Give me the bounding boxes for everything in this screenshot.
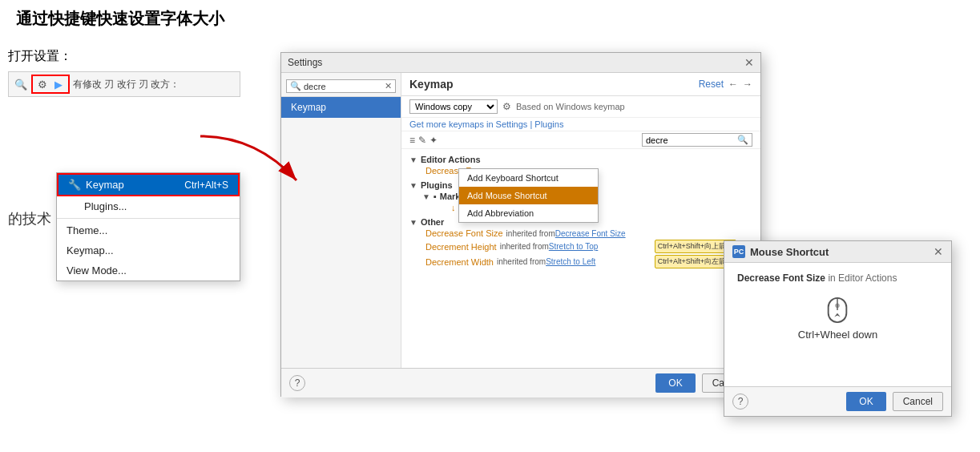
toolbar-icon-1[interactable]: ≡ xyxy=(409,135,415,146)
mouse-cancel-btn[interactable]: Cancel xyxy=(893,392,943,411)
plugins-label: Plugins xyxy=(421,180,453,190)
chevron-other: ▼ xyxy=(409,218,417,227)
open-settings-label: 打开设置： xyxy=(8,48,256,65)
mouse-dialog-footer: ? OK Cancel xyxy=(724,386,951,416)
search-icon[interactable]: 🔍 xyxy=(14,77,28,91)
mouse-dialog-close-btn[interactable]: ✕ xyxy=(934,245,943,258)
settings-help-btn[interactable]: ? xyxy=(289,375,305,391)
sidebar-search-icon: 🔍 xyxy=(290,81,301,91)
svg-point-3 xyxy=(836,304,841,309)
tree-section-other: ▼ Other Decrease Font Size inherited fro… xyxy=(401,215,760,271)
keymap-search-box: 🔍 xyxy=(642,133,752,147)
inner-context-menu: Add Keyboard Shortcut Add Mouse Shortcut… xyxy=(458,168,599,223)
decrease-font-size-link[interactable]: Decrease Font Size xyxy=(555,229,626,238)
left-panel: 打开设置： 🔍 ⚙ ▶ 有修改 刃 改行 刃 改方： 🔧 Keymap Ctrl… xyxy=(8,48,256,228)
page-title: 通过快捷键快速设置字体大小 xyxy=(0,0,980,34)
sidebar-search-clear[interactable]: ✕ xyxy=(385,81,392,91)
menu-separator xyxy=(57,218,240,219)
chevron-editor: ▼ xyxy=(409,155,417,164)
toolbar-bar: 🔍 ⚙ ▶ 有修改 刃 改行 刃 改方： xyxy=(8,71,240,97)
forward-icon[interactable]: → xyxy=(743,79,752,90)
scheme-gear-icon[interactable]: ⚙ xyxy=(502,101,511,112)
decrement-width-label: Decrement Width xyxy=(425,257,494,267)
menu-item-plugins-label: Plugins... xyxy=(84,200,127,212)
chevron-markdown: ▼ xyxy=(422,192,430,201)
keymap-reset-area: Reset ← → xyxy=(699,79,752,90)
settings-titlebar: Settings ✕ xyxy=(281,53,760,73)
mouse-dialog-app-icon: PC xyxy=(732,245,745,258)
keymap-toolbar: ≡ ✎ ✦ 🔍 xyxy=(401,131,760,149)
decrease-font-size-inherited: inherited from xyxy=(506,229,555,238)
mouse-dialog-desc: Decrease Font Size in Editor Actions xyxy=(737,272,897,284)
mouse-dialog-titlebar: PC Mouse Shortcut ✕ xyxy=(724,241,951,263)
decrement-height-link[interactable]: Stretch to Top xyxy=(549,242,599,251)
toolbar-icon-3[interactable]: ✦ xyxy=(430,135,438,146)
menu-item-viewmode-label: View Mode... xyxy=(67,264,127,276)
decrement-width-link[interactable]: Stretch to Left xyxy=(546,257,595,266)
mouse-ok-btn[interactable]: OK xyxy=(846,392,885,411)
mouse-dialog-footer-buttons: OK Cancel xyxy=(846,392,943,411)
settings-sidebar: 🔍 decre ✕ Keymap xyxy=(281,73,401,368)
keymap-search-input[interactable] xyxy=(646,135,734,145)
keymap-title: Keymap xyxy=(409,78,453,91)
keymap-scheme-row: Windows copy ⚙ Based on Windows keymap xyxy=(401,96,760,118)
tree-section-editor-actions-header: ▼ Editor Actions xyxy=(409,154,752,165)
mouse-dialog-help-btn[interactable]: ? xyxy=(732,393,748,410)
keymap-search-icon[interactable]: 🔍 xyxy=(737,135,748,145)
toolbar-icon-2[interactable]: ✎ xyxy=(418,135,426,146)
other-label: Other xyxy=(421,217,444,227)
settings-footer: ? OK Cancel xyxy=(281,368,760,398)
decrement-width-inherited: inherited from xyxy=(497,257,546,266)
decrement-height-label: Decrement Height xyxy=(425,242,497,252)
sidebar-search-value[interactable]: decre xyxy=(304,82,326,91)
menu-item-keymap[interactable]: Keymap... xyxy=(57,240,240,260)
toolbar-hint: 有修改 刃 改行 刃 改方： xyxy=(73,78,179,91)
mouse-icon-area: Ctrl+Wheel down xyxy=(798,297,877,341)
menu-item-theme[interactable]: Theme... xyxy=(57,220,240,240)
back-icon[interactable]: ← xyxy=(728,79,738,90)
scheme-select[interactable]: Windows copy xyxy=(409,99,498,114)
decrement-height-inherited: inherited from xyxy=(500,242,549,251)
mouse-svg-icon xyxy=(826,297,849,324)
markdown-icon: ▪ xyxy=(434,192,437,201)
editor-actions-label: Editor Actions xyxy=(421,155,481,164)
menu-item-settings[interactable]: 🔧 Keymap Ctrl+Alt+S xyxy=(57,173,240,196)
settings-shortcut: Ctrl+Alt+S xyxy=(184,180,228,191)
mouse-context-text: in Editor Actions xyxy=(828,272,897,284)
tree-item-decrement-width[interactable]: Decrement Width inherited from Stretch t… xyxy=(409,254,752,269)
tree-item-decrement-height[interactable]: Decrement Height inherited from Stretch … xyxy=(409,239,752,254)
arrow-icon[interactable]: ▶ xyxy=(51,77,66,91)
inner-menu-add-abbreviation[interactable]: Add Abbreviation xyxy=(459,204,598,222)
sidebar-keymap[interactable]: Keymap xyxy=(281,97,401,118)
menu-item-keymap-label: Keymap... xyxy=(67,244,114,256)
menu-item-theme-label: Theme... xyxy=(67,224,107,236)
reset-link[interactable]: Reset xyxy=(699,79,724,90)
settings-icon: 🔧 xyxy=(68,179,81,191)
mouse-shortcut-dialog: PC Mouse Shortcut ✕ Decrease Font Size i… xyxy=(724,240,952,417)
gear-icon-box[interactable]: ⚙ ▶ xyxy=(31,75,70,94)
scheme-info: Based on Windows keymap xyxy=(516,102,625,111)
inner-menu-add-keyboard[interactable]: Add Keyboard Shortcut xyxy=(459,169,598,187)
mouse-dialog-body: Decrease Font Size in Editor Actions Ctr… xyxy=(724,263,951,357)
menu-item-settings-label: Keymap xyxy=(86,179,124,191)
tree-item-decrease-font-size[interactable]: Decrease Font Size inherited from Decrea… xyxy=(409,228,752,239)
chevron-plugins: ▼ xyxy=(409,181,417,190)
inner-menu-add-mouse[interactable]: Add Mouse Shortcut xyxy=(459,187,598,204)
decrease-font-size-label: Decrease Font Size xyxy=(425,228,503,238)
keymap-more-link[interactable]: Get more keymaps in Settings | Plugins xyxy=(401,118,760,131)
mouse-action-name: Decrease Font Size xyxy=(737,272,825,284)
menu-item-viewmode[interactable]: View Mode... xyxy=(57,260,240,280)
settings-ok-btn[interactable]: OK xyxy=(655,373,695,393)
settings-close-btn[interactable]: ✕ xyxy=(744,56,754,69)
settings-dialog: Settings ✕ 🔍 decre ✕ Keymap Keymap Reset xyxy=(280,52,761,397)
settings-title: Settings xyxy=(288,57,322,68)
gear-icon[interactable]: ⚙ xyxy=(35,77,50,91)
mouse-dialog-title-area: PC Mouse Shortcut xyxy=(732,245,829,258)
keymap-header: Keymap Reset ← → xyxy=(401,73,760,96)
context-menu: 🔧 Keymap Ctrl+Alt+S Plugins... Theme... … xyxy=(56,172,240,281)
menu-item-plugins[interactable]: Plugins... xyxy=(57,196,240,216)
mouse-shortcut-text: Ctrl+Wheel down xyxy=(798,329,877,341)
mouse-dialog-title-text: Mouse Shortcut xyxy=(750,246,829,258)
